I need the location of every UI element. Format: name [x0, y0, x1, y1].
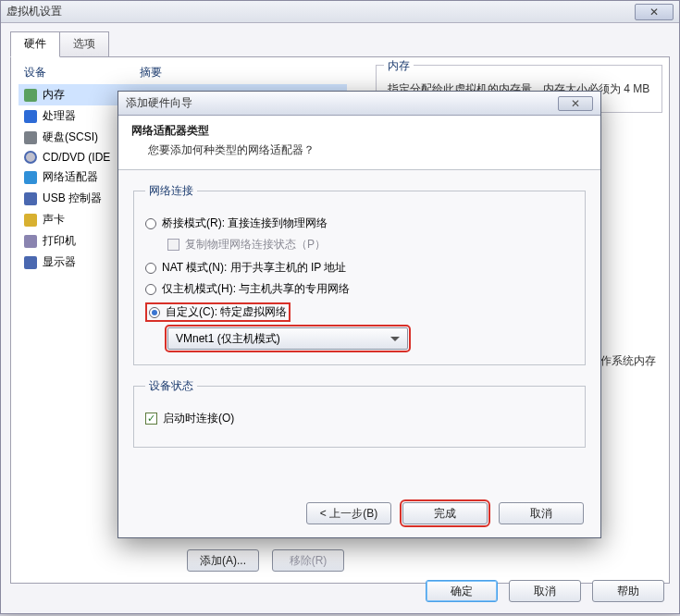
- display-icon: [24, 256, 37, 269]
- cpu-icon: [24, 110, 37, 123]
- radio-custom[interactable]: 自定义(C): 特定虚拟网络: [145, 302, 291, 322]
- memory-icon: [24, 89, 37, 102]
- wizard-cancel-button[interactable]: 取消: [499, 502, 584, 524]
- radio-icon: [149, 307, 160, 318]
- cancel-button[interactable]: 取消: [509, 580, 581, 602]
- network-connection-legend: 网络连接: [145, 183, 197, 199]
- checkbox-icon: [145, 413, 157, 425]
- radio-icon: [145, 284, 156, 295]
- wizard-header: 网络适配器类型 您要添加何种类型的网络适配器？: [118, 116, 600, 170]
- radio-label: 桥接模式(R): 直接连接到物理网络: [162, 216, 328, 231]
- ok-button[interactable]: 确定: [426, 580, 498, 602]
- add-device-button[interactable]: 添加(A)...: [187, 549, 259, 572]
- col-summary: 摘要: [140, 65, 162, 80]
- device-list-header: 设备 摘要: [19, 65, 347, 84]
- network-connection-group: 网络连接 桥接模式(R): 直接连接到物理网络 复制物理网络连接状态（P） NA…: [133, 183, 586, 365]
- radio-icon: [145, 263, 156, 274]
- remove-device-button: 移除(R): [272, 549, 344, 572]
- device-buttons: 添加(A)... 移除(R): [187, 549, 344, 572]
- memory-legend: 内存: [384, 59, 414, 72]
- settings-close-button[interactable]: ✕: [635, 4, 674, 20]
- sound-icon: [24, 214, 37, 227]
- close-x-icon: ✕: [649, 6, 659, 18]
- tab-hardware[interactable]: 硬件: [10, 31, 60, 57]
- radio-icon: [145, 218, 156, 229]
- combo-value: VMnet1 (仅主机模式): [176, 331, 280, 347]
- printer-icon: [24, 235, 37, 248]
- radio-nat[interactable]: NAT 模式(N): 用于共享主机的 IP 地址: [145, 260, 574, 276]
- cd-icon: [24, 151, 37, 164]
- radio-hostonly[interactable]: 仅主机模式(H): 与主机共享的专用网络: [145, 281, 574, 297]
- settings-footer: 确定 取消 帮助: [426, 580, 664, 602]
- wizard-footer: < 上一步(B) 完成 取消: [306, 502, 584, 524]
- checkbox-icon: [167, 239, 179, 251]
- checkbox-replicate-disabled: 复制物理网络连接状态（P）: [167, 237, 574, 253]
- wizard-body: 网络连接 桥接模式(R): 直接连接到物理网络 复制物理网络连接状态（P） NA…: [118, 170, 600, 470]
- device-state-legend: 设备状态: [145, 378, 197, 394]
- radio-label: 仅主机模式(H): 与主机共享的专用网络: [162, 281, 350, 297]
- col-device: 设备: [24, 65, 140, 80]
- wizard-title: 添加硬件向导: [126, 95, 558, 111]
- wizard-titlebar: 添加硬件向导 ✕: [118, 92, 600, 116]
- checkbox-label: 复制物理网络连接状态（P）: [185, 237, 326, 253]
- wizard-close-button[interactable]: ✕: [558, 96, 593, 111]
- radio-bridged[interactable]: 桥接模式(R): 直接连接到物理网络: [145, 216, 574, 231]
- hdd-icon: [24, 131, 37, 144]
- checkbox-label: 启动时连接(O): [163, 411, 234, 426]
- add-hardware-wizard: 添加硬件向导 ✕ 网络适配器类型 您要添加何种类型的网络适配器？ 网络连接 桥接…: [117, 91, 601, 538]
- wizard-subheading: 您要添加何种类型的网络适配器？: [148, 142, 587, 158]
- finish-button[interactable]: 完成: [402, 502, 488, 524]
- wizard-heading: 网络适配器类型: [131, 123, 587, 139]
- vmnet-combo[interactable]: VMnet1 (仅主机模式): [167, 327, 408, 350]
- tabs: 硬件 选项: [10, 31, 679, 56]
- tab-options[interactable]: 选项: [59, 31, 109, 57]
- radio-label: NAT 模式(N): 用于共享主机的 IP 地址: [162, 260, 346, 276]
- settings-titlebar: 虚拟机设置 ✕: [1, 1, 679, 23]
- radio-label: 自定义(C): 特定虚拟网络: [166, 304, 287, 320]
- usb-icon: [24, 192, 37, 205]
- checkbox-connect-on-start[interactable]: 启动时连接(O): [145, 411, 574, 426]
- device-state-group: 设备状态 启动时连接(O): [133, 378, 586, 448]
- settings-window-title: 虚拟机设置: [6, 4, 635, 19]
- network-icon: [24, 171, 37, 184]
- back-button[interactable]: < 上一步(B): [306, 502, 391, 524]
- help-button[interactable]: 帮助: [592, 580, 664, 602]
- close-x-icon: ✕: [571, 97, 580, 110]
